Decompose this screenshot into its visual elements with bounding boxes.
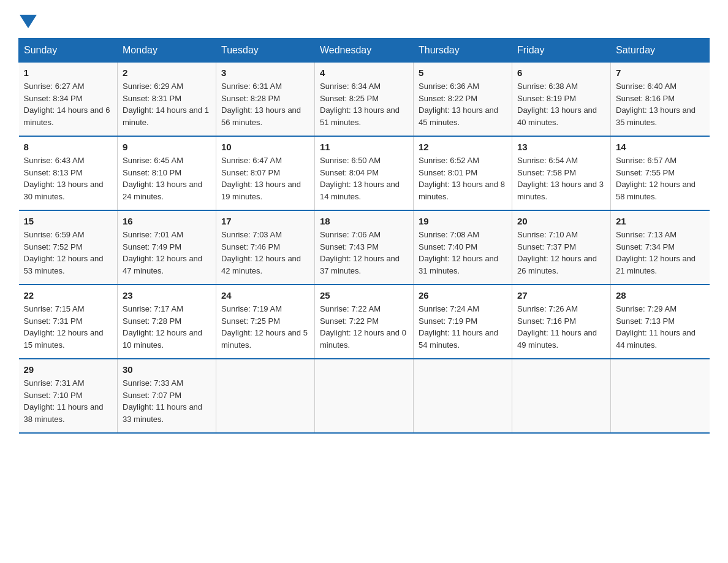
- day-info: Sunrise: 7:33 AM Sunset: 7:07 PM Dayligh…: [123, 377, 211, 425]
- calendar-table: SundayMondayTuesdayWednesdayThursdayFrid…: [18, 38, 710, 434]
- day-info: Sunrise: 6:52 AM Sunset: 8:01 PM Dayligh…: [419, 155, 507, 202]
- day-info: Sunrise: 6:36 AM Sunset: 8:22 PM Dayligh…: [419, 80, 507, 128]
- day-info: Sunrise: 7:22 AM Sunset: 7:22 PM Dayligh…: [320, 303, 408, 351]
- day-number: 24: [221, 290, 309, 301]
- calendar-cell: 3 Sunrise: 6:31 AM Sunset: 8:28 PM Dayli…: [216, 63, 315, 137]
- calendar-cell: [414, 359, 512, 433]
- day-info: Sunrise: 7:08 AM Sunset: 7:40 PM Dayligh…: [419, 229, 507, 277]
- day-number: 8: [24, 142, 113, 152]
- day-info: Sunrise: 6:47 AM Sunset: 8:07 PM Dayligh…: [221, 155, 309, 202]
- day-number: 17: [221, 216, 309, 226]
- calendar-cell: 22 Sunrise: 7:15 AM Sunset: 7:31 PM Dayl…: [19, 285, 118, 359]
- weekday-header-sunday: Sunday: [19, 39, 118, 63]
- calendar-cell: 1 Sunrise: 6:27 AM Sunset: 8:34 PM Dayli…: [19, 63, 118, 137]
- day-number: 14: [616, 142, 705, 152]
- day-number: 21: [616, 216, 705, 226]
- day-info: Sunrise: 6:31 AM Sunset: 8:28 PM Dayligh…: [221, 80, 309, 128]
- calendar-cell: 30 Sunrise: 7:33 AM Sunset: 7:07 PM Dayl…: [118, 359, 216, 433]
- day-info: Sunrise: 7:01 AM Sunset: 7:49 PM Dayligh…: [123, 229, 211, 277]
- day-number: 3: [221, 67, 309, 78]
- day-number: 18: [320, 216, 408, 226]
- calendar-week-row: 22 Sunrise: 7:15 AM Sunset: 7:31 PM Dayl…: [19, 285, 710, 359]
- day-number: 5: [419, 67, 507, 78]
- day-number: 11: [320, 142, 408, 152]
- calendar-cell: 4 Sunrise: 6:34 AM Sunset: 8:25 PM Dayli…: [315, 63, 414, 137]
- calendar-week-row: 8 Sunrise: 6:43 AM Sunset: 8:13 PM Dayli…: [19, 136, 710, 210]
- day-number: 10: [221, 142, 309, 152]
- day-number: 29: [24, 364, 113, 375]
- day-number: 23: [123, 290, 211, 301]
- day-info: Sunrise: 7:24 AM Sunset: 7:19 PM Dayligh…: [419, 303, 507, 351]
- day-number: 7: [616, 67, 705, 78]
- calendar-cell: 21 Sunrise: 7:13 AM Sunset: 7:34 PM Dayl…: [611, 210, 710, 285]
- calendar-cell: 24 Sunrise: 7:19 AM Sunset: 7:25 PM Dayl…: [216, 285, 315, 359]
- day-number: 27: [517, 290, 605, 301]
- weekday-header-friday: Friday: [512, 39, 611, 63]
- calendar-cell: 25 Sunrise: 7:22 AM Sunset: 7:22 PM Dayl…: [315, 285, 414, 359]
- weekday-header-wednesday: Wednesday: [315, 39, 414, 63]
- calendar-cell: 23 Sunrise: 7:17 AM Sunset: 7:28 PM Dayl…: [118, 285, 216, 359]
- day-info: Sunrise: 7:03 AM Sunset: 7:46 PM Dayligh…: [221, 229, 309, 277]
- weekday-header-monday: Monday: [118, 39, 216, 63]
- calendar-week-row: 29 Sunrise: 7:31 AM Sunset: 7:10 PM Dayl…: [19, 359, 710, 433]
- day-info: Sunrise: 7:31 AM Sunset: 7:10 PM Dayligh…: [24, 377, 113, 425]
- weekday-header-tuesday: Tuesday: [216, 39, 315, 63]
- day-number: 4: [320, 67, 408, 78]
- calendar-cell: 12 Sunrise: 6:52 AM Sunset: 8:01 PM Dayl…: [414, 136, 512, 210]
- day-number: 28: [616, 290, 705, 301]
- day-number: 26: [419, 290, 507, 301]
- day-info: Sunrise: 6:54 AM Sunset: 7:58 PM Dayligh…: [517, 155, 605, 202]
- calendar-cell: 15 Sunrise: 6:59 AM Sunset: 7:52 PM Dayl…: [19, 210, 118, 285]
- calendar-cell: 13 Sunrise: 6:54 AM Sunset: 7:58 PM Dayl…: [512, 136, 611, 210]
- day-info: Sunrise: 6:45 AM Sunset: 8:10 PM Dayligh…: [123, 155, 211, 202]
- day-info: Sunrise: 6:38 AM Sunset: 8:19 PM Dayligh…: [517, 80, 605, 128]
- calendar-cell: 26 Sunrise: 7:24 AM Sunset: 7:19 PM Dayl…: [414, 285, 512, 359]
- day-number: 16: [123, 216, 211, 226]
- day-info: Sunrise: 6:50 AM Sunset: 8:04 PM Dayligh…: [320, 155, 408, 202]
- day-info: Sunrise: 7:19 AM Sunset: 7:25 PM Dayligh…: [221, 303, 309, 351]
- calendar-cell: 19 Sunrise: 7:08 AM Sunset: 7:40 PM Dayl…: [414, 210, 512, 285]
- logo: [18, 12, 38, 26]
- day-info: Sunrise: 7:06 AM Sunset: 7:43 PM Dayligh…: [320, 229, 408, 277]
- day-info: Sunrise: 7:13 AM Sunset: 7:34 PM Dayligh…: [616, 229, 705, 277]
- calendar-cell: 20 Sunrise: 7:10 AM Sunset: 7:37 PM Dayl…: [512, 210, 611, 285]
- calendar-cell: [512, 359, 611, 433]
- calendar-cell: 16 Sunrise: 7:01 AM Sunset: 7:49 PM Dayl…: [118, 210, 216, 285]
- weekday-header-thursday: Thursday: [414, 39, 512, 63]
- day-number: 9: [123, 142, 211, 152]
- day-number: 12: [419, 142, 507, 152]
- day-info: Sunrise: 6:57 AM Sunset: 7:55 PM Dayligh…: [616, 155, 705, 202]
- weekday-header-saturday: Saturday: [611, 39, 710, 63]
- day-info: Sunrise: 7:26 AM Sunset: 7:16 PM Dayligh…: [517, 303, 605, 351]
- day-number: 22: [24, 290, 113, 301]
- calendar-cell: 28 Sunrise: 7:29 AM Sunset: 7:13 PM Dayl…: [611, 285, 710, 359]
- day-info: Sunrise: 6:27 AM Sunset: 8:34 PM Dayligh…: [24, 80, 113, 128]
- day-info: Sunrise: 6:34 AM Sunset: 8:25 PM Dayligh…: [320, 80, 408, 128]
- day-info: Sunrise: 6:40 AM Sunset: 8:16 PM Dayligh…: [616, 80, 705, 128]
- calendar-cell: [611, 359, 710, 433]
- day-info: Sunrise: 7:15 AM Sunset: 7:31 PM Dayligh…: [24, 303, 113, 351]
- calendar-cell: 17 Sunrise: 7:03 AM Sunset: 7:46 PM Dayl…: [216, 210, 315, 285]
- day-number: 6: [517, 67, 605, 78]
- calendar-cell: [315, 359, 414, 433]
- calendar-cell: [216, 359, 315, 433]
- calendar-cell: 27 Sunrise: 7:26 AM Sunset: 7:16 PM Dayl…: [512, 285, 611, 359]
- calendar-cell: 18 Sunrise: 7:06 AM Sunset: 7:43 PM Dayl…: [315, 210, 414, 285]
- day-info: Sunrise: 6:29 AM Sunset: 8:31 PM Dayligh…: [123, 80, 211, 128]
- calendar-cell: 2 Sunrise: 6:29 AM Sunset: 8:31 PM Dayli…: [118, 63, 216, 137]
- calendar-cell: 10 Sunrise: 6:47 AM Sunset: 8:07 PM Dayl…: [216, 136, 315, 210]
- day-number: 15: [24, 216, 113, 226]
- day-info: Sunrise: 7:17 AM Sunset: 7:28 PM Dayligh…: [123, 303, 211, 351]
- day-info: Sunrise: 7:10 AM Sunset: 7:37 PM Dayligh…: [517, 229, 605, 277]
- calendar-cell: 8 Sunrise: 6:43 AM Sunset: 8:13 PM Dayli…: [19, 136, 118, 210]
- calendar-cell: 9 Sunrise: 6:45 AM Sunset: 8:10 PM Dayli…: [118, 136, 216, 210]
- day-number: 19: [419, 216, 507, 226]
- calendar-week-row: 15 Sunrise: 6:59 AM Sunset: 7:52 PM Dayl…: [19, 210, 710, 285]
- calendar-cell: 6 Sunrise: 6:38 AM Sunset: 8:19 PM Dayli…: [512, 63, 611, 137]
- calendar-cell: 5 Sunrise: 6:36 AM Sunset: 8:22 PM Dayli…: [414, 63, 512, 137]
- day-number: 20: [517, 216, 605, 226]
- day-number: 25: [320, 290, 408, 301]
- calendar-cell: 14 Sunrise: 6:57 AM Sunset: 7:55 PM Dayl…: [611, 136, 710, 210]
- day-info: Sunrise: 6:43 AM Sunset: 8:13 PM Dayligh…: [24, 155, 113, 202]
- calendar-cell: 29 Sunrise: 7:31 AM Sunset: 7:10 PM Dayl…: [19, 359, 118, 433]
